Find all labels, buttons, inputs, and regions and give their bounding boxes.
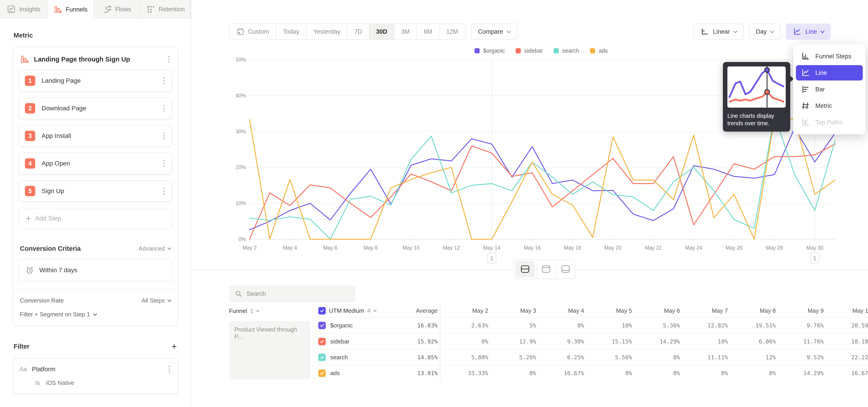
- step-kebab-icon[interactable]: [162, 103, 166, 113]
- compare-button[interactable]: Compare: [471, 24, 517, 40]
- funnel-step-2[interactable]: 2 Download Page: [19, 97, 172, 119]
- tab-insights[interactable]: Insights: [0, 0, 48, 19]
- range-3m[interactable]: 3M: [395, 24, 417, 39]
- legend-item-search[interactable]: search: [554, 48, 579, 54]
- series-row-label-organic[interactable]: $organic: [318, 317, 386, 333]
- filter-card[interactable]: Aa Platform Is iOS Native: [13, 358, 178, 394]
- step-kebab-icon[interactable]: [162, 131, 166, 140]
- add-filter-button[interactable]: +: [172, 342, 177, 351]
- cell-value: 14.29%: [632, 333, 680, 349]
- chart-type-dropdown-button[interactable]: Line: [786, 24, 831, 40]
- funnel-name-cell[interactable]: Product Viewed through P...: [229, 321, 310, 379]
- funnel-step-5[interactable]: 5 Sign Up: [19, 180, 172, 202]
- add-step-button[interactable]: + Add Step: [19, 208, 172, 229]
- legend-item-sidebar[interactable]: sidebar: [516, 48, 543, 54]
- funnel-step-3[interactable]: 3 App Install: [19, 125, 172, 147]
- legend-swatch: [516, 48, 521, 53]
- retention-icon: [147, 5, 155, 13]
- step-kebab-icon[interactable]: [162, 159, 166, 168]
- range-30d[interactable]: 30D: [369, 24, 395, 39]
- range-custom[interactable]: Custom: [229, 24, 276, 39]
- series-checkbox[interactable]: [318, 354, 326, 361]
- breakdown-column-header[interactable]: UTM Medium4: [318, 304, 386, 317]
- cell-value: 0%: [440, 333, 488, 349]
- granularity-label: Day: [756, 28, 767, 35]
- range-label: 3M: [401, 28, 410, 35]
- cell-value: 9.52%: [776, 349, 824, 365]
- menu-item-metric[interactable]: Metric: [796, 98, 863, 114]
- funnel-column-header[interactable]: Funnel1: [229, 304, 318, 317]
- tab-flows[interactable]: Flows: [94, 0, 141, 19]
- series-row-label-search[interactable]: search: [318, 349, 386, 365]
- filter-heading: Filter: [13, 343, 30, 350]
- x-axis-label: May 26: [725, 245, 743, 251]
- date-column-header: May 3: [488, 304, 536, 317]
- funnel-step-1[interactable]: 1 Landing Page: [19, 70, 172, 92]
- legend-label: $organic: [483, 48, 505, 54]
- granularity-dropdown-button[interactable]: Day: [749, 24, 780, 40]
- filter-kebab-icon[interactable]: [167, 365, 171, 374]
- x-axis-label: May 20: [604, 245, 621, 251]
- legend-item-ads[interactable]: ads: [590, 48, 608, 54]
- x-axis-label: May 24: [685, 245, 702, 251]
- top-paths-icon: [801, 118, 810, 127]
- menu-item-line[interactable]: Line: [796, 65, 863, 81]
- range-yesterday[interactable]: Yesterday: [307, 24, 347, 39]
- x-axis-label: May 6: [323, 245, 338, 251]
- advanced-dropdown[interactable]: Advanced: [138, 245, 171, 252]
- average-value: 15.92%: [386, 333, 440, 349]
- filter-segment-dropdown[interactable]: Filter + Segment on Step 1: [13, 306, 178, 325]
- legend-swatch: [554, 48, 559, 53]
- range-today[interactable]: Today: [276, 24, 307, 39]
- select-all-checkbox[interactable]: [318, 307, 326, 315]
- range-12m[interactable]: 12M: [439, 24, 465, 39]
- annotation-badge[interactable]: 1: [811, 253, 819, 263]
- funnel-step-4[interactable]: 4 App Open: [19, 153, 172, 174]
- view-toggle-table-only[interactable]: [556, 261, 575, 277]
- x-axis-label: May 2: [243, 245, 257, 251]
- legend-item-organic[interactable]: $organic: [474, 48, 505, 54]
- date-column-header: May 8: [728, 304, 776, 317]
- cell-value: 20.59%: [824, 317, 868, 333]
- view-toggle-split-view[interactable]: [515, 261, 535, 277]
- conversion-rate-dropdown[interactable]: All Steps: [142, 297, 171, 304]
- average-column-header: Average: [386, 304, 440, 317]
- view-toggle-chart-only[interactable]: [536, 261, 556, 277]
- series-checkbox[interactable]: [318, 322, 326, 329]
- range-6m[interactable]: 6M: [417, 24, 440, 39]
- annotation-badge[interactable]: 1: [488, 253, 496, 263]
- conversion-window-button[interactable]: Within 7 days: [19, 259, 172, 281]
- legend-swatch: [590, 48, 595, 53]
- series-checkbox[interactable]: [318, 338, 326, 345]
- tab-label: Flows: [115, 6, 131, 13]
- metric-kebab-icon[interactable]: [167, 55, 171, 64]
- filter-value[interactable]: iOS Native: [46, 379, 74, 386]
- cell-value: 0%: [584, 365, 632, 381]
- funnels-analytics-app: { "tabs": [ {"id": "insights", "label": …: [0, 0, 868, 407]
- tab-funnels[interactable]: Funnels: [48, 0, 94, 19]
- scale-dropdown-button[interactable]: Linear: [693, 24, 744, 40]
- tab-retention[interactable]: Retention: [141, 0, 191, 19]
- series-row-label-ads[interactable]: ads: [318, 365, 386, 381]
- step-kebab-icon[interactable]: [162, 186, 166, 196]
- series-row-label-sidebar[interactable]: sidebar: [318, 333, 386, 349]
- chevron-down-icon: [506, 29, 510, 33]
- breakdown-table: Funnel1UTM Medium4AverageMay 2May 3May 4…: [229, 304, 868, 381]
- range-label: 30D: [376, 28, 388, 35]
- menu-item-funnel-steps[interactable]: Funnel Steps: [796, 49, 863, 64]
- series-checkbox[interactable]: [318, 370, 326, 377]
- range-7d[interactable]: 7D: [347, 24, 369, 39]
- cell-value: 2.63%: [440, 317, 488, 333]
- step-kebab-icon[interactable]: [162, 76, 166, 86]
- range-label: 7D: [354, 28, 362, 35]
- search-input[interactable]: [247, 290, 350, 298]
- tab-label: Insights: [19, 6, 40, 13]
- cell-value: 6.25%: [536, 349, 584, 365]
- filter-operator[interactable]: Is: [35, 379, 40, 386]
- menu-item-bar[interactable]: Bar: [796, 82, 863, 97]
- x-axis-label: May 14: [483, 245, 500, 251]
- range-label: Custom: [248, 28, 269, 35]
- date-column-header: May 4: [536, 304, 584, 317]
- add-step-label: Add Step: [35, 215, 61, 222]
- date-column-header: May 10: [824, 304, 868, 317]
